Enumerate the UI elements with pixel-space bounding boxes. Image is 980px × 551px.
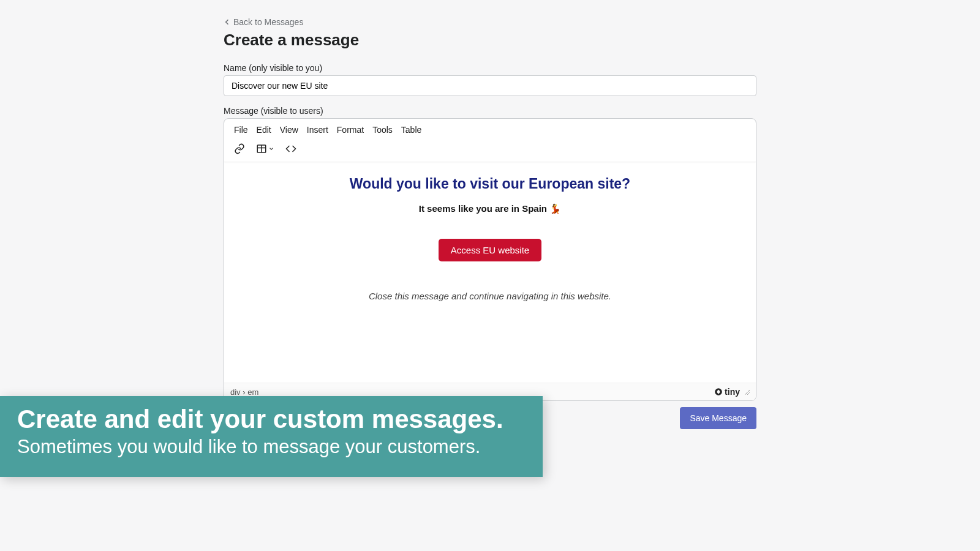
content-cta-button[interactable]: Access EU website [439, 239, 541, 261]
table-icon [256, 143, 267, 154]
menu-edit[interactable]: Edit [257, 125, 271, 135]
main-container: Back to Messages Create a message Name (… [224, 0, 756, 429]
menu-tools[interactable]: Tools [372, 125, 393, 135]
name-input[interactable] [224, 75, 756, 96]
editor-element-path[interactable]: div › em [230, 388, 258, 397]
editor-menubar: File Edit View Insert Format Tools Table [224, 119, 756, 140]
save-message-button[interactable]: Save Message [680, 407, 756, 429]
tinymce-brand[interactable]: tiny [714, 387, 740, 397]
content-subline: It seems like you are in Spain 💃 [239, 203, 741, 214]
name-field-label: Name (only visible to you) [224, 63, 756, 73]
back-link-label: Back to Messages [233, 17, 303, 27]
svg-line-5 [747, 392, 750, 395]
content-headline: Would you like to visit our European sit… [239, 176, 741, 192]
editor-toolbar [224, 140, 756, 162]
menu-format[interactable]: Format [337, 125, 364, 135]
editor-content-area[interactable]: Would you like to visit our European sit… [224, 162, 756, 383]
menu-insert[interactable]: Insert [307, 125, 328, 135]
code-icon [285, 143, 296, 154]
insert-table-button[interactable] [256, 142, 274, 156]
resize-grip-icon [744, 389, 750, 395]
source-code-button[interactable] [284, 142, 298, 156]
link-icon [234, 143, 245, 154]
message-field-label: Message (visible to users) [224, 106, 756, 116]
resize-handle[interactable] [744, 389, 750, 395]
menu-file[interactable]: File [234, 125, 248, 135]
menu-table[interactable]: Table [401, 125, 421, 135]
svg-line-4 [745, 390, 750, 395]
page-title: Create a message [224, 31, 756, 50]
chevron-left-icon [224, 18, 231, 26]
insert-link-button[interactable] [233, 142, 246, 156]
menu-view[interactable]: View [280, 125, 298, 135]
tiny-logo-icon [714, 388, 723, 396]
rich-text-editor: File Edit View Insert Format Tools Table… [224, 118, 756, 401]
promo-overlay: Create and edit your custom messages. So… [0, 396, 543, 477]
overlay-title: Create and edit your custom messages. [17, 405, 526, 434]
back-to-messages-link[interactable]: Back to Messages [224, 17, 303, 27]
overlay-subtitle: Sometimes you would like to message your… [17, 435, 526, 458]
content-footnote: Close this message and continue navigati… [239, 291, 741, 301]
chevron-down-icon [268, 146, 274, 152]
